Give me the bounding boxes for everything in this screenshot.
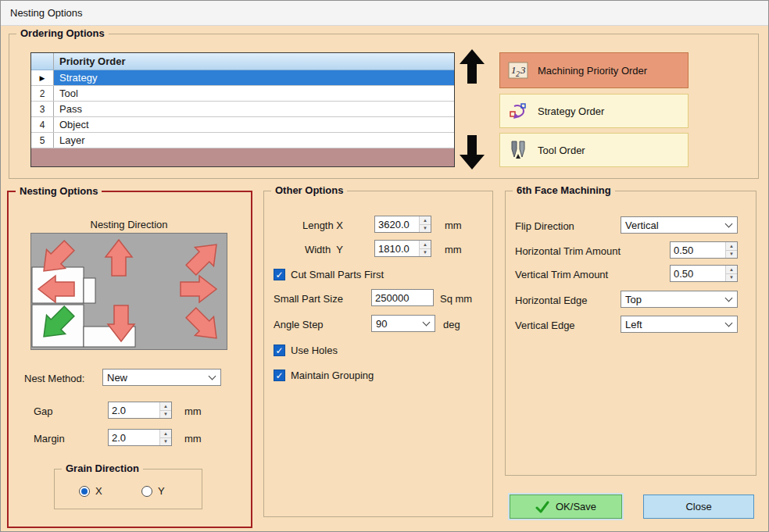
flip-direction-label: Flip Direction [515, 220, 574, 232]
svg-text:3: 3 [520, 64, 526, 76]
row-number-header [31, 53, 54, 70]
tool-icon [508, 140, 528, 160]
button-label: Strategy Order [538, 105, 604, 117]
small-part-size-input[interactable]: 250000 [371, 289, 434, 306]
window-title: Nesting Options [10, 7, 83, 19]
chevron-down-icon [725, 220, 733, 227]
spinner-buttons[interactable]: ▲▼ [725, 242, 737, 258]
nesting-options-dialog: Nesting Options Ordering Options Priorit… [0, 0, 769, 532]
ordering-options-legend: Ordering Options [16, 27, 109, 39]
spin-up-icon: ▲ [726, 266, 737, 273]
maintain-grouping-checkbox[interactable]: ✓ Maintain Grouping [274, 370, 374, 381]
grain-x-label: X [95, 485, 102, 497]
gap-label: Gap [34, 405, 53, 417]
flip-direction-value: Vertical [625, 220, 659, 231]
spin-up-icon: ▲ [160, 430, 171, 437]
vertical-trim-label: Vertical Trim Amount [515, 269, 608, 280]
nest-method-value: New [107, 372, 127, 384]
row-number: 5 [31, 133, 54, 148]
check-icon [535, 501, 549, 513]
spinner-buttons[interactable]: ▲▼ [419, 241, 431, 256]
table-empty-area [31, 148, 454, 166]
priority-order-table: Priority Order ▶ Strategy 2 Tool 3 Pass … [30, 52, 455, 167]
vertical-edge-select[interactable]: Left [621, 316, 738, 333]
strategy-order-button[interactable]: Strategy Order [499, 94, 689, 128]
checkbox-checked-icon: ✓ [274, 370, 285, 381]
row-number: 3 [31, 102, 54, 116]
horizontal-trim-input[interactable]: 0.50 ▲▼ [670, 241, 738, 259]
cut-small-parts-first-checkbox[interactable]: ✓ Cut Small Parts First [274, 269, 384, 280]
angle-step-select[interactable]: 90 [371, 315, 435, 332]
checkbox-label: Maintain Grouping [291, 370, 374, 381]
grain-y-label: Y [158, 485, 165, 497]
spin-up-icon: ▲ [420, 216, 431, 224]
spin-up-icon: ▲ [420, 241, 431, 248]
nesting-direction-selector[interactable] [30, 233, 227, 350]
spin-down-icon: ▼ [420, 248, 431, 257]
spinner-buttons[interactable]: ▲▼ [419, 216, 431, 232]
checkbox-label: Use Holes [291, 345, 338, 356]
move-down-button[interactable] [459, 135, 485, 170]
close-button[interactable]: Close [643, 495, 754, 519]
spinner-buttons[interactable]: ▲▼ [159, 430, 171, 445]
spin-down-icon: ▼ [160, 437, 171, 446]
angle-step-unit: deg [443, 319, 460, 330]
spinner-buttons[interactable]: ▲▼ [725, 266, 737, 281]
nest-method-label: Nest Method: [24, 373, 84, 384]
button-label: Machining Priority Order [538, 65, 647, 77]
length-x-label: Length X [273, 220, 343, 231]
tool-order-button[interactable]: Tool Order [499, 133, 689, 167]
checkbox-label: Cut Small Parts First [291, 269, 384, 280]
spin-down-icon: ▼ [726, 250, 737, 259]
other-options-legend: Other Options [271, 184, 347, 196]
checkbox-checked-icon: ✓ [274, 345, 285, 356]
table-row[interactable]: 3 Pass [31, 102, 454, 117]
table-row[interactable]: 5 Layer [31, 133, 454, 148]
radio-selected-icon [79, 486, 90, 497]
priority-123-icon: 1 2 3 [508, 60, 528, 80]
table-row[interactable]: ▶ Strategy [31, 70, 454, 86]
chevron-down-icon [209, 372, 216, 380]
button-label: Tool Order [538, 145, 585, 156]
row-label[interactable]: Object [54, 117, 454, 132]
angle-step-value: 90 [376, 318, 387, 330]
priority-order-header: Priority Order [54, 53, 454, 70]
flip-direction-select[interactable]: Vertical [621, 216, 738, 234]
table-row[interactable]: 4 Object [31, 117, 454, 133]
vertical-trim-input[interactable]: 0.50 ▲▼ [670, 265, 738, 282]
width-y-unit: mm [445, 244, 462, 255]
spinner-buttons[interactable]: ▲▼ [159, 402, 171, 418]
horizontal-edge-select[interactable]: Top [621, 291, 738, 308]
gap-value: 2.0 [109, 402, 159, 418]
nest-method-select[interactable]: New [102, 369, 221, 386]
move-up-button[interactable] [459, 49, 485, 84]
grain-direction-legend: Grain Direction [62, 462, 143, 474]
use-holes-checkbox[interactable]: ✓ Use Holes [274, 345, 338, 356]
machining-priority-order-button[interactable]: 1 2 3 Machining Priority Order [499, 52, 689, 88]
row-label[interactable]: Pass [54, 102, 454, 116]
gap-input[interactable]: 2.0 ▲▼ [108, 402, 172, 419]
table-row[interactable]: 2 Tool [31, 86, 454, 102]
svg-text:2: 2 [516, 70, 520, 78]
checkbox-checked-icon: ✓ [274, 269, 285, 280]
margin-input[interactable]: 2.0 ▲▼ [108, 429, 172, 446]
row-label[interactable]: Layer [54, 133, 454, 148]
row-label[interactable]: Strategy [54, 70, 454, 85]
sixth-face-machining-legend: 6th Face Machining [513, 184, 615, 196]
margin-label: Margin [34, 433, 65, 445]
width-y-input[interactable]: 1810.0 ▲▼ [374, 240, 431, 257]
vertical-edge-value: Left [625, 319, 642, 330]
grain-x-radio[interactable]: X [79, 485, 102, 497]
spin-down-icon: ▼ [420, 224, 431, 233]
grain-y-radio[interactable]: Y [141, 485, 165, 497]
ok-save-button[interactable]: OK/Save [510, 495, 622, 519]
strategy-icon [508, 101, 528, 121]
margin-value: 2.0 [109, 430, 159, 445]
row-label[interactable]: Tool [54, 86, 454, 101]
horizontal-trim-value: 0.50 [671, 242, 725, 258]
current-row-pointer-icon: ▶ [40, 74, 45, 82]
length-x-value: 3620.0 [375, 216, 419, 232]
length-x-input[interactable]: 3620.0 ▲▼ [374, 216, 431, 233]
chevron-down-icon [423, 318, 431, 326]
up-arrow-icon [459, 49, 485, 84]
